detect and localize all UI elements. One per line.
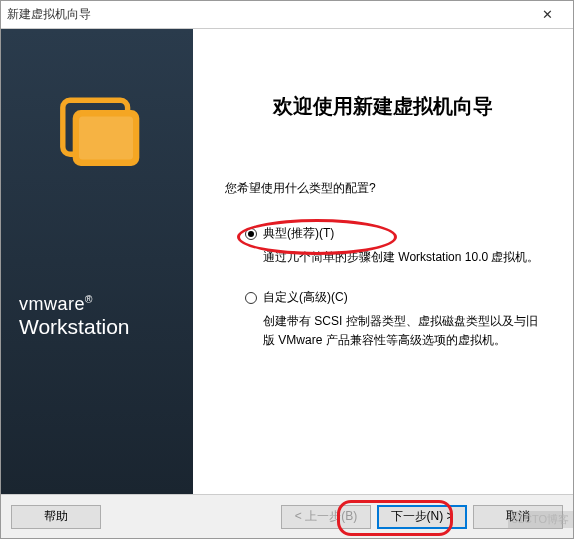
wizard-heading: 欢迎使用新建虚拟机向导 bbox=[217, 93, 549, 120]
option-custom: 自定义(高级)(C) 创建带有 SCSI 控制器类型、虚拟磁盘类型以及与旧版 V… bbox=[245, 289, 549, 350]
help-button[interactable]: 帮助 bbox=[11, 505, 101, 529]
product-text: Workstation bbox=[19, 315, 193, 338]
radio-custom[interactable] bbox=[245, 292, 257, 304]
next-button[interactable]: 下一步(N) > bbox=[377, 505, 467, 529]
typical-description: 通过几个简单的步骤创建 Workstation 10.0 虚拟机。 bbox=[263, 248, 543, 267]
radio-custom-label: 自定义(高级)(C) bbox=[263, 289, 348, 306]
wizard-main: 欢迎使用新建虚拟机向导 您希望使用什么类型的配置? 典型(推荐)(T) 通过几个… bbox=[193, 29, 573, 494]
vmware-logo-icon bbox=[52, 84, 142, 174]
custom-description: 创建带有 SCSI 控制器类型、虚拟磁盘类型以及与旧版 VMware 产品兼容性… bbox=[263, 312, 543, 350]
option-typical: 典型(推荐)(T) 通过几个简单的步骤创建 Workstation 10.0 虚… bbox=[245, 225, 549, 267]
wizard-banner: vmware® Workstation bbox=[1, 29, 193, 494]
config-question: 您希望使用什么类型的配置? bbox=[225, 180, 549, 197]
content-area: vmware® Workstation 欢迎使用新建虚拟机向导 您希望使用什么类… bbox=[1, 29, 573, 494]
brand-text: vmware® bbox=[19, 294, 193, 315]
wizard-dialog: 新建虚拟机向导 ✕ vmware® Workstation 欢迎使用新建虚拟机向… bbox=[0, 0, 574, 539]
svg-rect-2 bbox=[79, 116, 133, 159]
titlebar: 新建虚拟机向导 ✕ bbox=[1, 1, 573, 29]
banner-text: vmware® Workstation bbox=[1, 294, 193, 338]
cancel-button[interactable]: 取消 bbox=[473, 505, 563, 529]
radio-typical-label: 典型(推荐)(T) bbox=[263, 225, 334, 242]
window-title: 新建虚拟机向导 bbox=[7, 6, 527, 23]
radio-custom-row[interactable]: 自定义(高级)(C) bbox=[245, 289, 549, 306]
back-button: < 上一步(B) bbox=[281, 505, 371, 529]
button-bar: 帮助 < 上一步(B) 下一步(N) > 取消 bbox=[1, 494, 573, 538]
radio-typical[interactable] bbox=[245, 228, 257, 240]
radio-typical-row[interactable]: 典型(推荐)(T) bbox=[245, 225, 549, 242]
close-button[interactable]: ✕ bbox=[527, 5, 567, 25]
